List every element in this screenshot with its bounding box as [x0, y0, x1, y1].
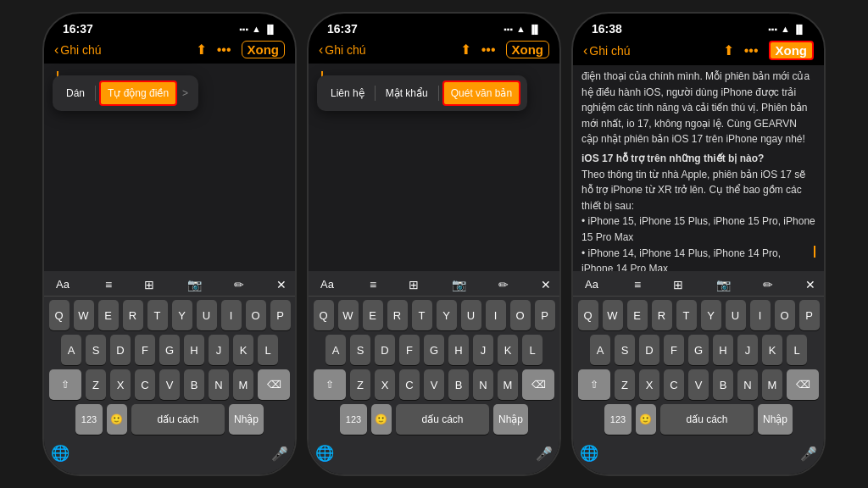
key-emoji-2[interactable]: 🙂	[371, 404, 392, 435]
key-k-3[interactable]: K	[762, 335, 782, 365]
key-z-3[interactable]: Z	[615, 369, 635, 400]
key-123-3[interactable]: 123	[604, 404, 632, 435]
done-button-2[interactable]: Xong	[506, 41, 550, 58]
done-button-3[interactable]: Xong	[769, 41, 815, 60]
table-tool-3[interactable]: ⊞	[673, 278, 683, 291]
key-b-2[interactable]: B	[448, 369, 469, 400]
upload-icon-2[interactable]: ⬆	[460, 42, 471, 58]
key-m[interactable]: M	[233, 369, 253, 400]
key-x-2[interactable]: X	[375, 369, 395, 400]
scan-btn[interactable]: Quét văn bản	[442, 80, 520, 106]
key-t[interactable]: T	[147, 300, 168, 330]
upload-icon[interactable]: ⬆	[196, 42, 207, 58]
key-delete[interactable]: ⌫	[258, 369, 290, 400]
key-q[interactable]: Q	[49, 300, 70, 330]
key-d[interactable]: D	[110, 335, 131, 365]
kb-close-3[interactable]: ✕	[805, 278, 815, 291]
key-c-3[interactable]: C	[664, 369, 684, 400]
key-b-3[interactable]: B	[713, 369, 733, 400]
key-i[interactable]: I	[221, 300, 242, 330]
key-x-3[interactable]: X	[639, 369, 659, 400]
key-w[interactable]: W	[74, 300, 94, 330]
key-z-2[interactable]: Z	[350, 369, 370, 400]
key-s-2[interactable]: S	[350, 335, 370, 365]
key-p[interactable]: P	[270, 300, 291, 330]
kb-close-1[interactable]: ✕	[276, 278, 287, 291]
key-emoji[interactable]: 🙂	[107, 404, 127, 435]
key-n-3[interactable]: N	[737, 369, 758, 400]
key-j[interactable]: J	[209, 335, 229, 365]
key-k-2[interactable]: K	[498, 335, 518, 365]
camera-tool-2[interactable]: 📷	[452, 278, 466, 291]
globe-icon-1[interactable]: 🌐	[51, 444, 70, 463]
globe-icon-2[interactable]: 🌐	[315, 444, 334, 463]
key-enter[interactable]: Nhập	[229, 404, 264, 435]
key-space-2[interactable]: dấu cách	[396, 404, 489, 435]
kb-close-2[interactable]: ✕	[541, 278, 551, 291]
key-space[interactable]: dấu cách	[131, 404, 225, 435]
aa-tool-1[interactable]: Aa	[53, 276, 73, 292]
camera-tool-3[interactable]: 📷	[716, 278, 731, 291]
key-i-2[interactable]: I	[486, 300, 506, 330]
key-q-3[interactable]: Q	[578, 300, 598, 330]
key-e-3[interactable]: E	[627, 300, 648, 330]
key-r-2[interactable]: R	[387, 300, 408, 330]
key-y-2[interactable]: Y	[437, 300, 457, 330]
key-r[interactable]: R	[123, 300, 143, 330]
key-123[interactable]: 123	[75, 404, 103, 435]
key-space-3[interactable]: dấu cách	[660, 404, 754, 435]
key-y[interactable]: Y	[172, 300, 192, 330]
key-enter-2[interactable]: Nhập	[493, 404, 528, 435]
mic-icon-1[interactable]: 🎤	[271, 446, 288, 462]
done-button-1[interactable]: Xong	[242, 41, 286, 58]
more-icon-3[interactable]: •••	[744, 43, 759, 58]
autofill-btn[interactable]: Tự động điền	[99, 80, 177, 106]
table-tool-2[interactable]: ⊞	[409, 278, 419, 291]
key-r-3[interactable]: R	[652, 300, 672, 330]
key-s-3[interactable]: S	[615, 335, 635, 365]
key-o-3[interactable]: O	[775, 300, 795, 330]
upload-icon-3[interactable]: ⬆	[723, 42, 734, 58]
key-w-3[interactable]: W	[603, 300, 623, 330]
password-btn[interactable]: Mật khẩu	[379, 82, 435, 104]
key-l-2[interactable]: L	[522, 335, 542, 365]
mic-icon-3[interactable]: 🎤	[800, 446, 817, 462]
key-t-3[interactable]: T	[676, 300, 697, 330]
key-j-3[interactable]: J	[737, 335, 758, 365]
key-f[interactable]: F	[135, 335, 155, 365]
key-l[interactable]: L	[258, 335, 278, 365]
key-n[interactable]: N	[209, 369, 229, 400]
more-icon[interactable]: •••	[217, 42, 231, 58]
key-y-3[interactable]: Y	[701, 300, 721, 330]
paste-btn[interactable]: Dán	[59, 82, 92, 104]
key-f-3[interactable]: F	[664, 335, 684, 365]
key-u-3[interactable]: U	[726, 300, 746, 330]
aa-tool-3[interactable]: Aa	[581, 276, 602, 292]
key-j-2[interactable]: J	[473, 335, 493, 365]
key-o[interactable]: O	[246, 300, 266, 330]
key-v-3[interactable]: V	[688, 369, 709, 400]
key-delete-3[interactable]: ⌫	[787, 369, 819, 400]
globe-icon-3[interactable]: 🌐	[580, 444, 598, 463]
key-z[interactable]: Z	[86, 369, 106, 400]
key-a-3[interactable]: A	[590, 335, 610, 365]
key-h[interactable]: H	[184, 335, 204, 365]
key-shift-2[interactable]: ⇧	[314, 369, 346, 400]
list-tool-3[interactable]: ≡	[634, 278, 641, 291]
pencil-tool-3[interactable]: ✏	[763, 278, 773, 291]
back-button-2[interactable]: ‹ Ghi chú	[319, 42, 366, 58]
more-icon-2[interactable]: •••	[481, 42, 496, 58]
key-f-2[interactable]: F	[399, 335, 420, 365]
pencil-tool-2[interactable]: ✏	[498, 278, 509, 291]
key-c[interactable]: C	[135, 369, 155, 400]
key-123-2[interactable]: 123	[340, 404, 367, 435]
key-m-3[interactable]: M	[762, 369, 782, 400]
key-u-2[interactable]: U	[461, 300, 481, 330]
list-tool-2[interactable]: ≡	[370, 278, 376, 291]
key-d-3[interactable]: D	[639, 335, 659, 365]
key-x[interactable]: X	[110, 369, 131, 400]
back-button-1[interactable]: ‹ Ghi chú	[54, 42, 102, 58]
key-b[interactable]: B	[184, 369, 204, 400]
camera-tool-1[interactable]: 📷	[187, 278, 202, 291]
list-tool-1[interactable]: ≡	[105, 278, 112, 291]
